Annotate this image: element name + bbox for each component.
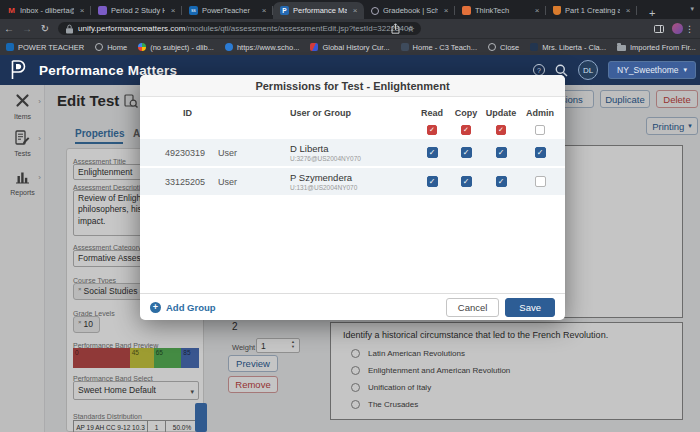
powerschool-icon [189,6,198,15]
purple-app-icon [98,6,107,15]
schoology-icon [371,7,379,15]
browser-profile-avatar[interactable] [672,23,683,34]
home-site-icon [95,43,103,51]
folder-icon [617,45,626,51]
shield-icon [553,6,561,15]
tab-study-hall[interactable]: Period 2 Study Hall - [91,2,182,19]
global-history-icon [310,43,318,51]
lock-icon [66,24,73,34]
gmail-icon [7,6,16,15]
tab-powerteacher[interactable]: PowerTeacher [182,2,273,19]
cancel-button[interactable]: Cancel [446,298,500,317]
powerschool-icon [6,43,14,51]
select-all-admin-checkbox[interactable] [535,125,545,135]
read-checkbox[interactable] [427,176,438,187]
bookmark-item[interactable]: Home [95,43,127,52]
permission-row: 49230319 User D Liberta U:3276@US2004NY0… [140,139,565,166]
address-bar[interactable]: unify.performancematters.com/modules/qti… [58,22,421,35]
close-icon[interactable] [351,6,359,15]
admin-checkbox[interactable] [535,176,546,187]
bookmark-item[interactable]: Mrs. Liberta - Cla... [530,43,606,52]
select-all-read-checkbox[interactable] [427,125,437,135]
permission-row: 33125205 User P Szymendera U:131@US2004N… [140,168,565,195]
close-icon[interactable] [169,6,177,15]
col-update: Update [483,108,519,118]
row-user: D Liberta U:3276@US2004NY070 [290,143,415,162]
close-icon[interactable] [442,6,450,15]
close-icon[interactable] [78,6,86,15]
back-icon[interactable]: ← [0,23,18,34]
c3-teachers-icon [401,43,409,51]
bookmark-item[interactable]: https://www.scho... [225,43,300,52]
new-tab-button[interactable]: + [645,7,659,19]
tab-title: Part 1 Creating an as [565,6,620,15]
close-icon[interactable] [260,6,268,15]
copy-checkbox[interactable] [461,147,472,158]
tab-title: Gradebook | Schoolo [383,6,438,15]
browser-toolbar: ← → ↻ unify.performancematters.com/modul… [0,19,700,38]
row-user: P Szymendera U:131@US2004NY070 [290,172,415,191]
tab-performance-matters[interactable]: Performance Matters [273,2,364,19]
row-id: 49230319 [165,148,218,158]
col-user-or-group: User or Group [290,108,415,118]
tab-search-chevron-icon[interactable] [690,4,694,13]
modal-title: Permissions for Test - Enlightenment [140,75,565,97]
bookmark-item[interactable]: (no subject) - dlib... [138,43,214,52]
col-read: Read [415,108,449,118]
plus-circle-icon [150,302,161,313]
select-all-row [140,121,565,139]
tab-thinktech[interactable]: ThinkTech [455,2,546,19]
bookmark-star-icon[interactable]: ☆ [407,24,415,34]
class-site-icon [530,43,538,51]
bookmark-item[interactable]: Close [488,43,519,52]
tab-title: Period 2 Study Hall - [111,6,165,15]
update-checkbox[interactable] [496,176,507,187]
user-avatar[interactable]: DL [578,60,598,80]
school-site-icon [225,43,233,51]
side-panel-icon[interactable] [654,25,664,33]
globe-icon [488,43,496,51]
save-button[interactable]: Save [505,298,555,317]
thinktech-icon [462,6,471,15]
col-admin: Admin [519,108,561,118]
permissions-modal: Permissions for Test - Enlightenment ID … [140,75,565,320]
row-id: 33125205 [165,177,218,187]
bookmarks-bar: POWER TEACHER Home (no subject) - dlib..… [0,38,700,55]
permissions-table-header: ID User or Group Read Copy Update Admin [140,105,565,121]
performance-matters-icon [280,6,289,15]
col-copy: Copy [449,108,483,118]
tab-gradebook[interactable]: Gradebook | Schoolo [364,2,455,19]
row-type: User [218,148,290,158]
update-checkbox[interactable] [496,147,507,158]
bookmark-item[interactable]: Imported From Fir... [617,43,696,52]
browser-menu-icon[interactable]: ⋮ [685,24,694,34]
modal-footer: Add Group Cancel Save [140,293,565,320]
col-id: ID [165,108,218,118]
close-icon[interactable] [624,6,632,15]
url-text: unify.performancematters.com/modules/qti… [78,24,413,33]
close-icon[interactable] [533,6,541,15]
tab-title: ThinkTech [475,6,529,15]
tab-title: Performance Matters [293,6,347,15]
reload-icon[interactable]: ↻ [36,23,54,34]
tab-part1[interactable]: Part 1 Creating an as [546,2,637,19]
row-type: User [218,177,290,187]
screen: Inbox - dliberta@sw Period 2 Study Hall … [0,0,700,432]
read-checkbox[interactable] [427,147,438,158]
bookmark-item[interactable]: Global History Cur... [310,43,389,52]
bookmark-item[interactable]: POWER TEACHER [6,43,84,52]
tab-inbox[interactable]: Inbox - dliberta@sw [0,2,91,19]
add-group-button[interactable]: Add Group [150,302,216,313]
admin-checkbox[interactable] [535,147,546,158]
org-selector-button[interactable]: NY_Sweethome [608,61,696,79]
performance-matters-logo [9,60,31,80]
forward-icon[interactable]: → [18,23,36,34]
tab-title: Inbox - dliberta@sw [20,6,74,15]
select-all-update-checkbox[interactable] [496,125,506,135]
copy-checkbox[interactable] [461,176,472,187]
bookmark-item[interactable]: Home - C3 Teach... [401,43,477,52]
select-all-copy-checkbox[interactable] [461,125,471,135]
browser-tab-strip: Inbox - dliberta@sw Period 2 Study Hall … [0,0,700,19]
share-icon[interactable] [391,23,400,34]
tab-title: PowerTeacher [202,6,256,15]
